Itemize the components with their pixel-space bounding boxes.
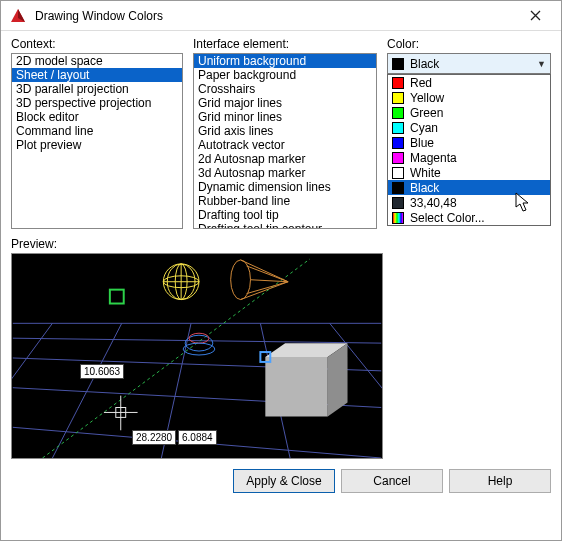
context-item[interactable]: Sheet / layout [12, 68, 182, 82]
chevron-down-icon: ▼ [537, 59, 546, 69]
interface-item[interactable]: 2d Autosnap marker [194, 152, 376, 166]
color-column: Color: Black ▼ RedYellowGreenCyanBlueMag… [387, 37, 551, 229]
color-option[interactable]: White [388, 165, 550, 180]
color-option-name: Blue [410, 136, 434, 150]
color-option[interactable]: Cyan [388, 120, 550, 135]
context-item[interactable]: Command line [12, 124, 182, 138]
interface-item[interactable]: Grid major lines [194, 96, 376, 110]
color-swatch-icon [392, 212, 404, 224]
preview-label: Preview: [11, 237, 551, 251]
color-swatch-icon [392, 77, 404, 89]
interface-item[interactable]: Rubber-band line [194, 194, 376, 208]
autocad-logo-icon [9, 7, 27, 25]
color-option-name: Black [410, 181, 439, 195]
color-swatch-icon [392, 58, 404, 70]
context-label: Context: [11, 37, 183, 51]
color-option[interactable]: Blue [388, 135, 550, 150]
color-select-current[interactable]: Black ▼ [387, 53, 551, 74]
context-item[interactable]: 3D perspective projection [12, 96, 182, 110]
color-swatch-icon [392, 122, 404, 134]
color-option-name: Red [410, 76, 432, 90]
interface-item[interactable]: Crosshairs [194, 82, 376, 96]
color-option-name: Magenta [410, 151, 457, 165]
cancel-button[interactable]: Cancel [341, 469, 443, 493]
close-icon [530, 10, 541, 21]
dialog-window: Drawing Window Colors Context: 2D model … [0, 0, 562, 541]
titlebar: Drawing Window Colors [1, 1, 561, 31]
preview-svg [12, 254, 382, 458]
color-option[interactable]: Select Color... [388, 210, 550, 225]
color-option-name: Yellow [410, 91, 444, 105]
color-option[interactable]: Yellow [388, 90, 550, 105]
color-dropdown[interactable]: RedYellowGreenCyanBlueMagentaWhiteBlack3… [387, 74, 551, 226]
context-item[interactable]: 2D model space [12, 54, 182, 68]
color-current-name: Black [410, 57, 537, 71]
window-title: Drawing Window Colors [35, 9, 515, 23]
color-option-name: Green [410, 106, 443, 120]
color-select[interactable]: Black ▼ RedYellowGreenCyanBlueMagentaWhi… [387, 53, 551, 74]
preview-section: Preview: [11, 237, 551, 459]
columns: Context: 2D model spaceSheet / layout3D … [11, 37, 551, 229]
color-swatch-icon [392, 92, 404, 104]
color-option-name: Select Color... [410, 211, 485, 225]
color-option[interactable]: Magenta [388, 150, 550, 165]
color-option-name: Cyan [410, 121, 438, 135]
color-swatch-icon [392, 182, 404, 194]
color-option[interactable]: Black [388, 180, 550, 195]
interface-item[interactable]: Paper background [194, 68, 376, 82]
color-swatch-icon [392, 107, 404, 119]
preview-tooltip-a: 10.6063 [80, 364, 124, 379]
color-swatch-icon [392, 197, 404, 209]
color-swatch-icon [392, 152, 404, 164]
context-item[interactable]: Block editor [12, 110, 182, 124]
context-column: Context: 2D model spaceSheet / layout3D … [11, 37, 183, 229]
preview-canvas: 10.6063 28.2280 6.0884 [11, 253, 383, 459]
preview-tooltip-c: 6.0884 [178, 430, 217, 445]
color-swatch-icon [392, 137, 404, 149]
interface-item[interactable]: Dynamic dimension lines [194, 180, 376, 194]
interface-item[interactable]: Grid minor lines [194, 110, 376, 124]
svg-marker-27 [265, 357, 327, 416]
interface-item[interactable]: Drafting tool tip [194, 208, 376, 222]
dialog-body: Context: 2D model spaceSheet / layout3D … [1, 31, 561, 540]
close-button[interactable] [515, 2, 555, 30]
context-item[interactable]: Plot preview [12, 138, 182, 152]
interface-item[interactable]: Drafting tool tip contour [194, 222, 376, 229]
interface-column: Interface element: Uniform backgroundPap… [193, 37, 377, 229]
preview-cube-icon [265, 343, 347, 416]
color-swatch-icon [392, 167, 404, 179]
context-listbox[interactable]: 2D model spaceSheet / layout3D parallel … [11, 53, 183, 229]
interface-label: Interface element: [193, 37, 377, 51]
color-option[interactable]: 33,40,48 [388, 195, 550, 210]
color-option[interactable]: Red [388, 75, 550, 90]
help-button[interactable]: Help [449, 469, 551, 493]
interface-listbox[interactable]: Uniform backgroundPaper backgroundCrossh… [193, 53, 377, 229]
apply-close-button[interactable]: Apply & Close [233, 469, 335, 493]
interface-item[interactable]: Autotrack vector [194, 138, 376, 152]
context-item[interactable]: 3D parallel projection [12, 82, 182, 96]
button-row: Apply & Close Cancel Help [11, 469, 551, 493]
preview-tooltip-b: 28.2280 [132, 430, 176, 445]
interface-item[interactable]: Grid axis lines [194, 124, 376, 138]
interface-item[interactable]: 3d Autosnap marker [194, 166, 376, 180]
color-option-name: White [410, 166, 441, 180]
interface-item[interactable]: Uniform background [194, 54, 376, 68]
color-label: Color: [387, 37, 551, 51]
color-option-name: 33,40,48 [410, 196, 457, 210]
color-option[interactable]: Green [388, 105, 550, 120]
